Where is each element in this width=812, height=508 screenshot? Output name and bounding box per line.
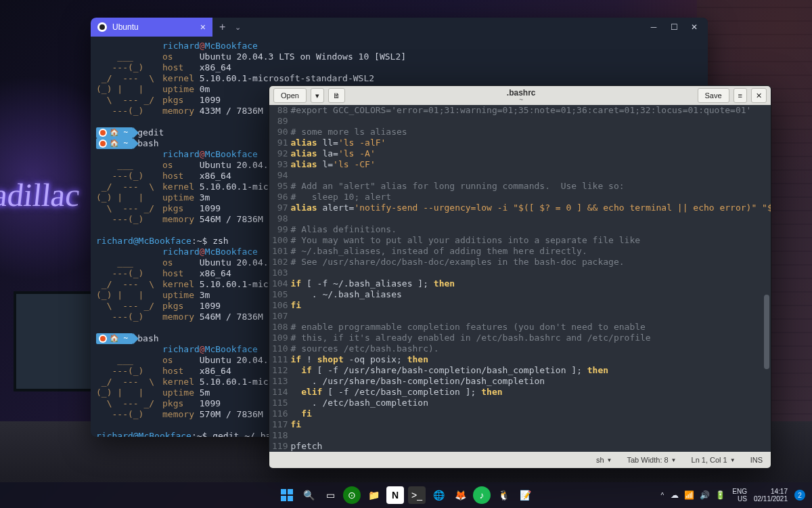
tux-icon xyxy=(97,22,107,32)
open-menu-chevron-icon[interactable]: ▾ xyxy=(311,88,324,103)
minimize-button[interactable]: ─ xyxy=(650,22,658,32)
taskbar-center: 🔍 ▭ ⊙ 📁 N >_ 🌐 🦊 ♪ 🐧 📝 xyxy=(278,486,534,504)
scrollbar[interactable] xyxy=(763,105,769,452)
gedit-headerbar: Open ▾ 🗎 .bashrc ~ Save ≡ ✕ xyxy=(269,86,771,105)
gedit-title: .bashrc ~ xyxy=(349,88,694,104)
svg-rect-0 xyxy=(281,489,286,494)
language-indicator[interactable]: ENGUS xyxy=(732,488,747,503)
gedit-close-button[interactable]: ✕ xyxy=(751,88,767,103)
search-icon[interactable]: 🔍 xyxy=(300,486,317,504)
clock[interactable]: 14:1702/11/2021 xyxy=(754,488,788,503)
insert-mode[interactable]: INS xyxy=(750,456,763,464)
gedit-statusbar: sh▼ Tab Width: 8▼ Ln 1, Col 1▼ INS xyxy=(269,452,771,468)
scrollbar-thumb[interactable] xyxy=(764,295,769,369)
svg-rect-1 xyxy=(288,489,293,494)
save-button[interactable]: Save xyxy=(698,88,729,103)
tray-chevron-icon[interactable]: ^ xyxy=(661,492,664,499)
gedit-editor[interactable]: 8889909192939495969798991001011021031041… xyxy=(269,105,771,452)
edge-icon[interactable]: 🌐 xyxy=(430,486,447,504)
notification-badge[interactable]: 2 xyxy=(794,490,805,501)
code-area[interactable]: #export GCC_COLORS='error=01;31:warning=… xyxy=(290,105,771,452)
firefox-icon[interactable]: 🦊 xyxy=(451,486,469,504)
terminal-titlebar: Ubuntu × + ⌄ ─ ☐ ✕ xyxy=(91,18,708,37)
spotify-icon[interactable]: ♪ xyxy=(473,486,491,504)
cursor-position[interactable]: Ln 1, Col 1▼ xyxy=(692,456,736,464)
gedit-taskbar-icon[interactable]: 📝 xyxy=(516,486,534,504)
tab-close-icon[interactable]: × xyxy=(200,22,206,33)
language-selector[interactable]: sh▼ xyxy=(596,456,612,464)
open-button[interactable]: Open xyxy=(273,88,307,103)
maximize-button[interactable]: ☐ xyxy=(670,22,678,32)
notion-icon[interactable]: N xyxy=(386,486,404,504)
onedrive-icon[interactable]: ☁ xyxy=(671,490,679,500)
terminal-tab-ubuntu[interactable]: Ubuntu × xyxy=(91,18,212,37)
svg-rect-2 xyxy=(281,496,286,501)
tab-menu-chevron-icon[interactable]: ⌄ xyxy=(235,23,241,32)
tab-label: Ubuntu xyxy=(112,22,139,32)
battery-icon[interactable]: 🔋 xyxy=(715,490,725,500)
svg-rect-3 xyxy=(288,496,293,501)
hamburger-menu-icon[interactable]: ≡ xyxy=(734,88,747,103)
windows-taskbar: 🔍 ▭ ⊙ 📁 N >_ 🌐 🦊 ♪ 🐧 📝 ^ ☁ 📶 🔊 🔋 ENGUS 1… xyxy=(0,482,812,508)
task-view-icon[interactable]: ▭ xyxy=(321,486,339,504)
wifi-icon[interactable]: 📶 xyxy=(684,490,694,500)
close-button[interactable]: ✕ xyxy=(690,22,698,32)
line-number-gutter: 8889909192939495969798991001011021031041… xyxy=(269,105,290,452)
terminal-taskbar-icon[interactable]: >_ xyxy=(408,486,426,504)
file-explorer-icon[interactable]: 📁 xyxy=(365,486,382,504)
tux-taskbar-icon[interactable]: 🐧 xyxy=(495,486,512,504)
new-document-button[interactable]: 🗎 xyxy=(328,88,345,103)
system-tray: ^ ☁ 📶 🔊 🔋 ENGUS 14:1702/11/2021 2 xyxy=(661,488,812,503)
gedit-window: Open ▾ 🗎 .bashrc ~ Save ≡ ✕ 888990919293… xyxy=(269,85,771,469)
volume-icon[interactable]: 🔊 xyxy=(700,490,710,500)
tab-width-selector[interactable]: Tab Width: 8▼ xyxy=(627,456,676,464)
xbox-icon[interactable]: ⊙ xyxy=(343,486,361,504)
new-tab-button[interactable]: + xyxy=(219,21,225,33)
start-button[interactable] xyxy=(278,486,296,504)
